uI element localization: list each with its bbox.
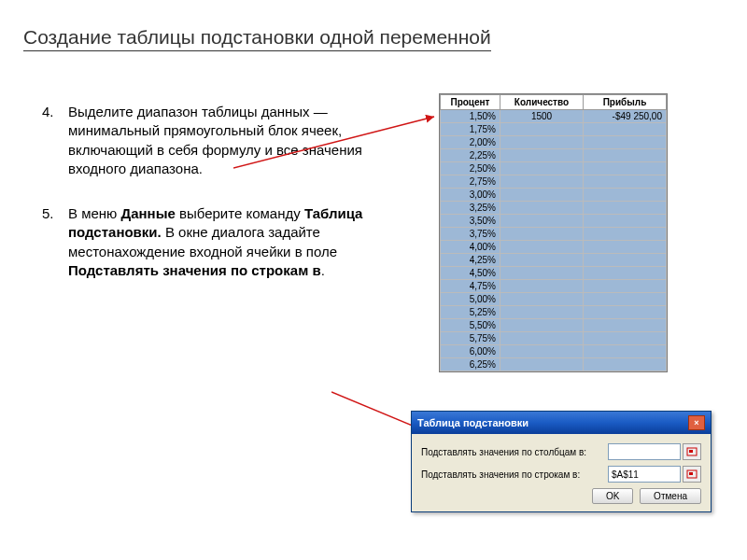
list-text: Выделите диапазон таблицы данных — миним… (68, 103, 369, 178)
cell-qty: 1500 (500, 110, 584, 123)
dialog-button-row: OK Отмена (421, 488, 701, 504)
instruction-list: 4. Выделите диапазон таблицы данных — ми… (42, 103, 369, 306)
cell-empty (500, 215, 584, 228)
col-header-profit: Прибыль (584, 95, 667, 110)
dialog-title: Таблица подстановки (417, 417, 529, 428)
list-item: 5. В меню Данные выберите команду Таблиц… (42, 204, 369, 280)
cell-empty (584, 345, 667, 358)
cell-percent: 1,75% (441, 123, 500, 136)
cell-empty (584, 254, 667, 267)
cell-empty (584, 306, 667, 319)
cell-profit: -$49 250,00 (584, 110, 667, 123)
cell-percent: 1,50% (441, 110, 500, 123)
text-fragment: выберите команду (176, 205, 304, 221)
cell-percent: 2,75% (441, 175, 500, 189)
cell-empty (500, 202, 584, 215)
text-fragment: . (321, 262, 325, 278)
cell-empty (500, 358, 584, 371)
dialog-body: Подставлять значения по столбцам в: Подс… (412, 434, 711, 511)
cell-empty (500, 175, 584, 189)
cell-empty (584, 280, 667, 293)
cell-empty (584, 267, 667, 280)
cancel-button[interactable]: Отмена (640, 488, 701, 504)
cell-percent: 3,00% (441, 189, 500, 202)
cell-empty (500, 149, 584, 162)
list-number: 5. (42, 204, 68, 280)
cell-percent: 6,00% (441, 345, 500, 358)
dialog-row-rows: Подставлять значения по строкам в: (421, 466, 701, 483)
cell-empty (584, 241, 667, 254)
dialog-close-button[interactable]: × (688, 415, 705, 430)
cell-empty (500, 241, 584, 254)
cell-percent: 3,75% (441, 228, 500, 241)
cell-empty (584, 293, 667, 306)
cell-percent: 3,50% (441, 215, 500, 228)
cell-empty (584, 332, 667, 345)
cell-empty (584, 319, 667, 332)
list-text: В меню Данные выберите команду Таблица п… (68, 204, 369, 280)
cell-empty (500, 267, 584, 280)
list-item: 4. Выделите диапазон таблицы данных — ми… (42, 103, 369, 178)
cell-empty (500, 189, 584, 202)
range-picker-button[interactable] (683, 466, 701, 483)
cell-empty (500, 228, 584, 241)
svg-rect-5 (689, 472, 693, 475)
cell-percent: 4,75% (441, 280, 500, 293)
cell-percent: 2,50% (441, 162, 500, 175)
substitution-table-dialog: Таблица подстановки × Подставлять значен… (411, 411, 712, 512)
cell-percent: 4,25% (441, 254, 500, 267)
cell-empty (500, 162, 584, 175)
excel-range-screenshot: Процент Количество Прибыль 1,50%1500-$49… (439, 93, 668, 372)
svg-rect-3 (689, 450, 693, 453)
cell-percent: 5,00% (441, 293, 500, 306)
label-by-columns: Подставлять значения по столбцам в: (421, 447, 608, 457)
dialog-titlebar: Таблица подстановки × (412, 412, 711, 434)
cell-empty (584, 136, 667, 149)
cell-percent: 2,00% (441, 136, 500, 149)
cell-percent: 6,25% (441, 358, 500, 371)
cell-empty (584, 228, 667, 241)
range-picker-icon (686, 447, 698, 456)
cell-percent: 5,50% (441, 319, 500, 332)
cell-empty (584, 202, 667, 215)
cell-empty (584, 175, 667, 189)
cell-empty (500, 319, 584, 332)
list-number: 4. (42, 103, 68, 178)
dialog-row-columns: Подставлять значения по столбцам в: (421, 443, 701, 460)
cell-percent: 5,75% (441, 332, 500, 345)
slide-title: Создание таблицы подстановки одной перем… (23, 26, 491, 51)
cell-empty (500, 280, 584, 293)
cell-percent: 2,25% (441, 149, 500, 162)
cell-empty (500, 306, 584, 319)
bold-fragment: Подставлять значения по строкам в (68, 262, 321, 278)
cell-percent: 4,50% (441, 267, 500, 280)
cell-empty (500, 332, 584, 345)
cell-empty (500, 345, 584, 358)
cell-empty (584, 149, 667, 162)
cell-empty (584, 162, 667, 175)
cell-empty (584, 189, 667, 202)
label-by-rows: Подставлять значения по строкам в: (421, 469, 608, 480)
excel-table: Процент Количество Прибыль 1,50%1500-$49… (440, 94, 667, 371)
cell-empty (584, 358, 667, 371)
text-fragment: В меню (68, 205, 121, 221)
cell-empty (584, 123, 667, 136)
cell-percent: 5,25% (441, 306, 500, 319)
col-header-percent: Процент (441, 95, 500, 110)
cell-empty (500, 254, 584, 267)
bold-fragment: Данные (121, 205, 176, 221)
cell-empty (500, 293, 584, 306)
cell-percent: 4,00% (441, 241, 500, 254)
ok-button[interactable]: OK (592, 488, 633, 504)
input-by-rows[interactable] (608, 466, 681, 483)
range-picker-button[interactable] (683, 443, 701, 460)
cell-empty (500, 123, 584, 136)
cell-percent: 3,25% (441, 202, 500, 215)
cell-empty (584, 215, 667, 228)
cell-empty (500, 136, 584, 149)
input-by-columns[interactable] (608, 443, 681, 460)
col-header-qty: Количество (500, 95, 584, 110)
range-picker-icon (686, 469, 698, 479)
